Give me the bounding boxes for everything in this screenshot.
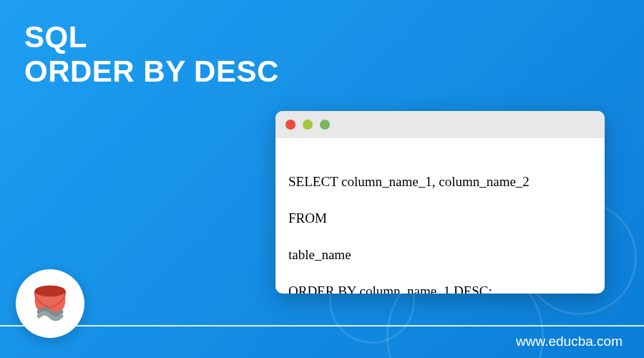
code-line: table_name xyxy=(288,246,592,264)
title-line-1: SQL xyxy=(24,20,279,54)
sql-server-icon xyxy=(28,281,72,326)
code-line: FROM xyxy=(288,209,592,228)
code-window: SELECT column_name_1, column_name_2 FROM… xyxy=(275,111,605,294)
minimize-icon xyxy=(303,120,313,130)
page-title: SQL ORDER BY DESC xyxy=(24,20,279,90)
close-icon xyxy=(286,120,296,130)
code-line: ORDER BY column_name_1 DESC; xyxy=(288,282,592,294)
code-line: SELECT column_name_1, column_name_2 xyxy=(288,173,592,191)
window-titlebar xyxy=(275,111,605,138)
svg-point-1 xyxy=(35,286,66,297)
title-line-2: ORDER BY DESC xyxy=(24,54,279,89)
logo-badge xyxy=(16,269,84,338)
code-body: SELECT column_name_1, column_name_2 FROM… xyxy=(275,138,605,294)
footer-site-url: www.educba.com xyxy=(516,334,623,349)
footer-divider xyxy=(0,325,644,326)
maximize-icon xyxy=(320,120,330,130)
